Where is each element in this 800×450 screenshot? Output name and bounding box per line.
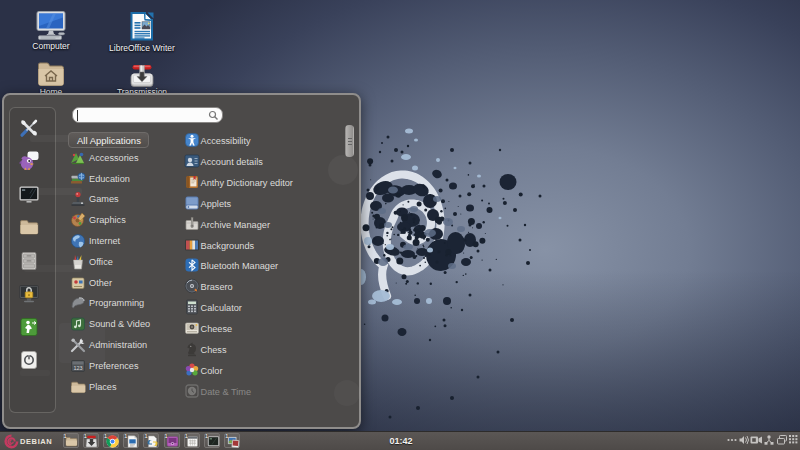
- svg-text:123: 123: [73, 365, 82, 371]
